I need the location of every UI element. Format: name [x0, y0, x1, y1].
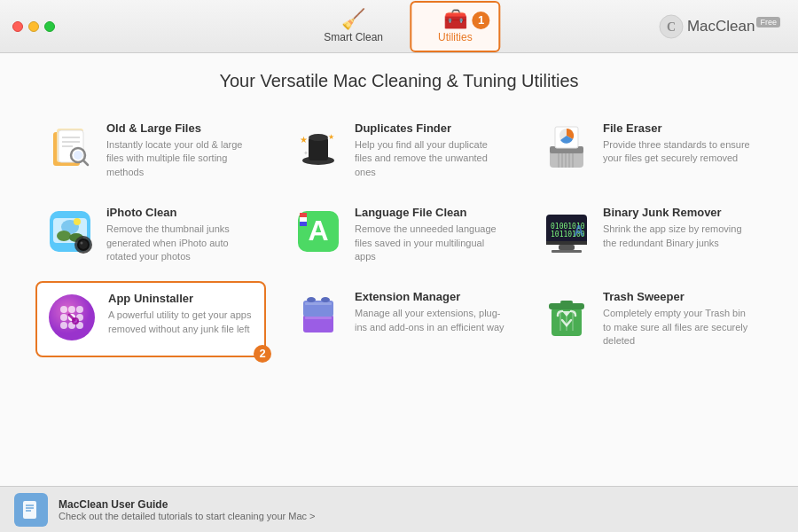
utilities-badge: 1 — [473, 12, 490, 29]
binary-junk-remover-icon-area: 01001010 10110100 A — [541, 206, 592, 257]
svg-rect-44 — [552, 250, 582, 253]
traffic-lights — [0, 21, 55, 32]
svg-rect-38 — [300, 213, 307, 217]
svg-rect-39 — [300, 217, 307, 222]
user-guide-title: MacClean User Guide — [59, 498, 316, 511]
app-uninstaller-title: App Uninstaller — [108, 292, 255, 305]
trash-sweeper-desc: Completely empty your Trash bin to make … — [603, 307, 754, 348]
svg-point-51 — [76, 306, 83, 313]
trash-sweeper-icon-area — [541, 290, 592, 341]
iphoto-clean-icon-area — [44, 206, 96, 257]
svg-rect-73 — [23, 501, 36, 519]
user-guide-icon — [14, 493, 48, 527]
iphoto-clean-title: iPhoto Clean — [106, 206, 257, 219]
old-large-files-icon-area — [44, 121, 96, 173]
svg-rect-65 — [305, 302, 332, 305]
macclean-logo-text: MacCleanFree — [687, 18, 780, 35]
app-uninstaller-icon — [48, 293, 96, 341]
util-old-large-files[interactable]: Old & Large Files Instantly locate your … — [35, 113, 266, 188]
titlebar: 🧹 Smart Clean 🧰 Utilities 1 C MacCleanFr… — [0, 0, 798, 53]
iphoto-clean-desc: Remove the thumbnail junks generated whe… — [106, 223, 257, 263]
svg-point-64 — [321, 297, 330, 302]
maximize-button[interactable] — [44, 21, 55, 32]
svg-point-34 — [79, 240, 88, 249]
svg-text:A: A — [574, 223, 584, 239]
util-trash-sweeper[interactable]: Trash Sweeper Completely empty your Tras… — [532, 281, 763, 356]
svg-point-52 — [60, 314, 67, 321]
old-large-files-desc: Instantly locate your old & large files … — [106, 138, 257, 179]
svg-text:✦: ✦ — [303, 150, 309, 156]
duplicates-finder-title: Duplicates Finder — [355, 121, 505, 135]
util-file-eraser[interactable]: File Eraser Provide three standards to e… — [532, 113, 763, 188]
svg-point-13 — [309, 134, 328, 141]
binary-junk-remover-title: Binary Junk Remover — [603, 206, 754, 219]
smart-clean-icon: 🧹 — [341, 10, 365, 29]
tab-utilities[interactable]: 🧰 Utilities 1 — [410, 1, 501, 52]
svg-text:C: C — [667, 20, 676, 34]
svg-rect-66 — [305, 317, 332, 319]
app-uninstaller-desc: A powerful utility to get your apps remo… — [108, 309, 255, 336]
util-duplicates-finder[interactable]: ★ ★ ✦ Duplicates Finder Help you find al… — [284, 113, 514, 188]
svg-text:A: A — [308, 215, 328, 246]
smart-clean-label: Smart Clean — [324, 31, 383, 43]
old-large-files-title: Old & Large Files — [106, 121, 257, 135]
file-eraser-title: File Eraser — [603, 121, 754, 135]
binary-junk-remover-text: Binary Junk Remover Shrink the app size … — [603, 206, 754, 250]
svg-point-50 — [68, 306, 75, 313]
file-eraser-icon — [543, 123, 591, 171]
user-guide-desc: Check out the detailed tutorials to star… — [59, 511, 316, 521]
svg-point-29 — [57, 231, 71, 241]
svg-line-10 — [83, 160, 88, 165]
svg-point-31 — [74, 218, 81, 225]
tab-smart-clean[interactable]: 🧹 Smart Clean — [297, 3, 410, 51]
util-language-file-clean[interactable]: A Language File Clean Remove the unneede… — [284, 197, 514, 272]
extension-manager-title: Extension Manager — [355, 290, 505, 303]
main-content: Your Versatile Mac Cleaning & Tuning Uti… — [0, 53, 798, 486]
extension-manager-icon-area — [293, 290, 344, 341]
trash-sweeper-icon — [543, 292, 591, 340]
language-file-clean-title: Language File Clean — [355, 206, 505, 219]
old-large-files-icon — [46, 123, 94, 171]
language-file-clean-desc: Remove the unneeded language files saved… — [355, 223, 505, 263]
extension-manager-icon — [294, 292, 342, 340]
util-extension-manager[interactable]: Extension Manager Manage all your extens… — [284, 281, 514, 356]
utilities-grid: Old & Large Files Instantly locate your … — [35, 113, 763, 357]
svg-text:★: ★ — [328, 133, 334, 141]
utilities-icon: 🧰 — [443, 10, 467, 29]
duplicates-finder-icon: ★ ★ ✦ — [294, 123, 342, 171]
file-eraser-desc: Provide three standards to ensure your f… — [603, 138, 754, 166]
svg-point-9 — [74, 151, 82, 160]
svg-rect-68 — [549, 303, 584, 309]
old-large-files-text: Old & Large Files Instantly locate your … — [106, 121, 257, 179]
svg-rect-69 — [560, 301, 573, 304]
bottom-bar-text-area: MacClean User Guide Check out the detail… — [59, 498, 316, 521]
trash-sweeper-text: Trash Sweeper Completely empty your Tras… — [603, 290, 754, 348]
language-file-clean-text: Language File Clean Remove the unneeded … — [355, 206, 505, 263]
svg-text:★: ★ — [300, 135, 308, 145]
app-uninstaller-badge: 2 — [254, 345, 271, 363]
macclean-logo: C MacCleanFree — [659, 14, 780, 39]
svg-point-55 — [60, 322, 67, 329]
minimize-button[interactable] — [28, 21, 39, 32]
close-button[interactable] — [12, 21, 23, 32]
file-eraser-icon-area — [541, 121, 592, 173]
iphoto-clean-icon — [46, 207, 94, 255]
duplicates-finder-icon-area: ★ ★ ✦ — [293, 121, 344, 173]
binary-junk-remover-icon: 01001010 10110100 A — [543, 207, 591, 255]
language-file-clean-icon: A — [294, 207, 342, 255]
utilities-label: Utilities — [438, 31, 473, 43]
extension-manager-desc: Manage all your extensions, plug-ins and… — [355, 307, 505, 334]
language-file-clean-icon-area: A — [293, 206, 344, 257]
svg-rect-42 — [546, 241, 587, 245]
page-title: Your Versatile Mac Cleaning & Tuning Uti… — [35, 71, 763, 91]
svg-point-63 — [307, 297, 316, 302]
svg-point-49 — [60, 306, 67, 313]
util-app-uninstaller[interactable]: App Uninstaller A powerful utility to ge… — [35, 281, 266, 356]
bottom-bar[interactable]: MacClean User Guide Check out the detail… — [0, 486, 798, 532]
app-uninstaller-text: App Uninstaller A powerful utility to ge… — [108, 292, 255, 336]
svg-rect-40 — [300, 222, 307, 226]
util-iphoto-clean[interactable]: iPhoto Clean Remove the thumbnail junks … — [35, 197, 266, 272]
app-uninstaller-icon-area — [46, 292, 98, 343]
extension-manager-text: Extension Manager Manage all your extens… — [355, 290, 505, 334]
util-binary-junk-remover[interactable]: 01001010 10110100 A Binary Junk Remover … — [532, 197, 763, 272]
